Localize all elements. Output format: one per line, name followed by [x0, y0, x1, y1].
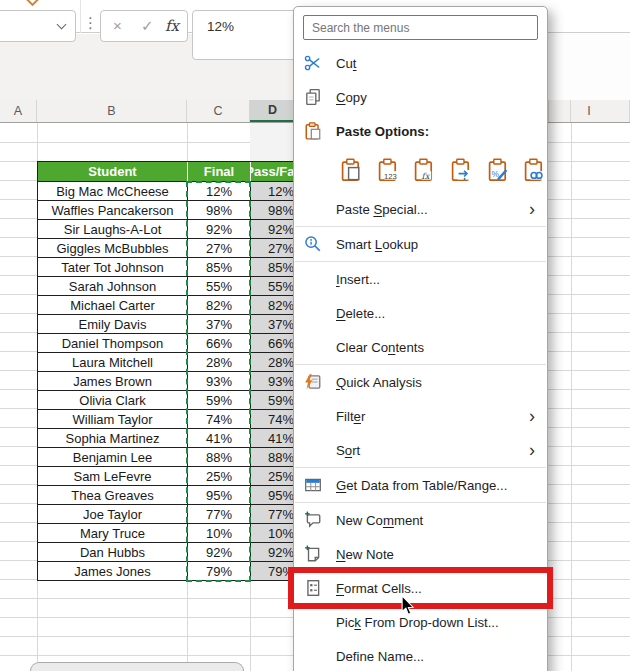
pass-fail-cell[interactable]: 92%	[251, 220, 297, 239]
student-name-cell[interactable]: Waffles Pancakerson	[38, 201, 188, 220]
menu-item-copy[interactable]: Copy	[294, 80, 547, 114]
paste-keep-source-icon[interactable]	[338, 157, 364, 183]
column-header-D[interactable]: D	[250, 100, 296, 122]
menu-item-clear-contents[interactable]: Clear Contents	[294, 330, 547, 364]
final-grade-cell[interactable]: 92%	[188, 220, 251, 239]
menu-item-new-comment[interactable]: New Comment	[294, 503, 547, 537]
pass-fail-cell[interactable]: 12%	[251, 182, 297, 201]
chevron-down-icon[interactable]	[57, 20, 67, 30]
menu-item-cut[interactable]: Cut	[294, 46, 547, 80]
paste-link-icon[interactable]	[521, 157, 547, 183]
insert-function-icon[interactable]: fx	[165, 17, 179, 35]
menu-item-sort[interactable]: Sort›	[294, 433, 547, 467]
student-name-cell[interactable]: Joe Taylor	[38, 505, 188, 524]
formula-bar-dots-icon[interactable]: ⋮	[83, 14, 98, 32]
final-grade-cell[interactable]: 66%	[188, 334, 251, 353]
menu-item-delete[interactable]: Delete...	[294, 296, 547, 330]
menu-item-paste-special[interactable]: Paste Special...›	[294, 192, 547, 226]
final-grade-cell[interactable]: 55%	[188, 277, 251, 296]
final-grade-cell[interactable]: 27%	[188, 239, 251, 258]
column-header-A[interactable]: A	[0, 100, 37, 122]
pass-fail-cell[interactable]: 25%	[251, 467, 297, 486]
menu-item-smart-lookup[interactable]: Smart Lookup	[294, 227, 547, 261]
final-grade-cell[interactable]: 92%	[188, 543, 251, 562]
menu-item-insert[interactable]: Insert...	[294, 262, 547, 296]
final-grade-cell[interactable]: 28%	[188, 353, 251, 372]
pass-fail-cell[interactable]: 88%	[251, 448, 297, 467]
student-name-cell[interactable]: Mary Truce	[38, 524, 188, 543]
student-name-cell[interactable]: Sarah Johnson	[38, 277, 188, 296]
menu-item-new-note[interactable]: New Note	[294, 537, 547, 571]
student-name-cell[interactable]: Michael Carter	[38, 296, 188, 315]
student-name-cell[interactable]: James Brown	[38, 372, 188, 391]
menu-item-quick-analysis[interactable]: Quick Analysis	[294, 365, 547, 399]
paste-formulas-icon[interactable]: fx	[411, 157, 437, 183]
enter-icon[interactable]: ✓	[141, 17, 154, 35]
final-grade-cell[interactable]: 82%	[188, 296, 251, 315]
final-grade-cell[interactable]: 10%	[188, 524, 251, 543]
paste-values-icon[interactable]: 123	[375, 157, 401, 183]
student-name-cell[interactable]: Tater Tot Johnson	[38, 258, 188, 277]
pass-fail-cell[interactable]: 10%	[251, 524, 297, 543]
student-name-cell[interactable]: Sophia Martinez	[38, 429, 188, 448]
student-name-cell[interactable]: Giggles McBubbles	[38, 239, 188, 258]
cancel-icon[interactable]: ×	[113, 17, 122, 34]
menu-item-define-name[interactable]: Define Name...	[294, 639, 547, 671]
pass-fail-cell[interactable]: 41%	[251, 429, 297, 448]
final-grade-cell[interactable]: 59%	[188, 391, 251, 410]
menu-item-get-data-from-table-range[interactable]: Get Data from Table/Range...	[294, 468, 547, 502]
pass-fail-cell[interactable]: 37%	[251, 315, 297, 334]
table-header-cell[interactable]: Student	[38, 162, 188, 182]
menu-item-paste-options[interactable]: Paste Options:	[294, 114, 547, 148]
pass-fail-cell[interactable]: 55%	[251, 277, 297, 296]
paste-transpose-icon[interactable]	[448, 157, 474, 183]
pass-fail-cell[interactable]: 93%	[251, 372, 297, 391]
table-header-cell[interactable]: Pass/Fail	[251, 162, 297, 182]
student-name-cell[interactable]: Sam LeFevre	[38, 467, 188, 486]
final-grade-cell[interactable]: 79%	[188, 562, 251, 581]
final-grade-cell[interactable]: 12%	[188, 182, 251, 201]
final-grade-cell[interactable]: 25%	[188, 467, 251, 486]
pass-fail-cell[interactable]: 95%	[251, 486, 297, 505]
final-grade-cell[interactable]: 95%	[188, 486, 251, 505]
name-box[interactable]	[0, 10, 76, 42]
pass-fail-cell[interactable]: 28%	[251, 353, 297, 372]
menu-item-format-cells[interactable]: Format Cells...	[294, 571, 547, 605]
student-name-cell[interactable]: Daniel Thompson	[38, 334, 188, 353]
student-name-cell[interactable]: Laura Mitchell	[38, 353, 188, 372]
formula-bar-input[interactable]: 12%	[192, 10, 308, 60]
paste-formatting-icon[interactable]: %	[485, 157, 511, 183]
final-grade-cell[interactable]: 74%	[188, 410, 251, 429]
pass-fail-cell[interactable]: 77%	[251, 505, 297, 524]
final-grade-cell[interactable]: 98%	[188, 201, 251, 220]
final-grade-cell[interactable]: 37%	[188, 315, 251, 334]
pass-fail-cell[interactable]: 85%	[251, 258, 297, 277]
pass-fail-cell[interactable]: 27%	[251, 239, 297, 258]
student-name-cell[interactable]: Benjamin Lee	[38, 448, 188, 467]
pass-fail-cell[interactable]: 92%	[251, 543, 297, 562]
pass-fail-cell[interactable]: 59%	[251, 391, 297, 410]
search-input[interactable]	[303, 15, 538, 40]
column-header-C[interactable]: C	[187, 100, 250, 122]
student-name-cell[interactable]: Big Mac McCheese	[38, 182, 188, 201]
menu-item-pick-from-drop-down-list[interactable]: Pick From Drop-down List...	[294, 605, 547, 639]
student-name-cell[interactable]: Emily Davis	[38, 315, 188, 334]
table-header-cell[interactable]: Final	[188, 162, 251, 182]
pass-fail-cell[interactable]: 98%	[251, 201, 297, 220]
final-grade-cell[interactable]: 77%	[188, 505, 251, 524]
student-name-cell[interactable]: Dan Hubbs	[38, 543, 188, 562]
pass-fail-cell[interactable]: 82%	[251, 296, 297, 315]
final-grade-cell[interactable]: 41%	[188, 429, 251, 448]
student-name-cell[interactable]: Sir Laughs-A-Lot	[38, 220, 188, 239]
student-name-cell[interactable]: Thea Greaves	[38, 486, 188, 505]
menu-item-filter[interactable]: Filter›	[294, 399, 547, 433]
pass-fail-cell[interactable]: 66%	[251, 334, 297, 353]
final-grade-cell[interactable]: 93%	[188, 372, 251, 391]
final-grade-cell[interactable]: 85%	[188, 258, 251, 277]
student-name-cell[interactable]: William Taylor	[38, 410, 188, 429]
pass-fail-cell[interactable]: 79%	[251, 562, 297, 581]
student-name-cell[interactable]: Olivia Clark	[38, 391, 188, 410]
pass-fail-cell[interactable]: 74%	[251, 410, 297, 429]
final-grade-cell[interactable]: 88%	[188, 448, 251, 467]
student-name-cell[interactable]: James Jones	[38, 562, 188, 581]
